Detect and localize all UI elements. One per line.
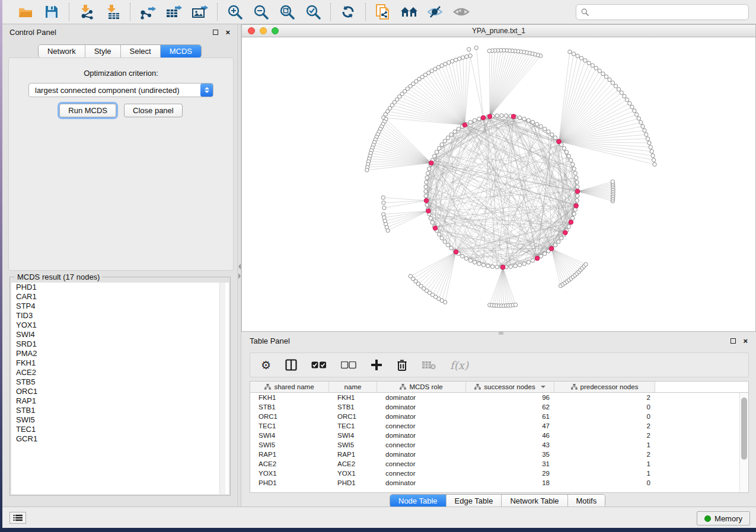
show-all-button[interactable] [452,3,470,21]
mcds-result-item[interactable]: STB1 [11,406,229,415]
network-leaf-node[interactable] [576,54,579,57]
network-node[interactable] [571,162,575,166]
network-node[interactable] [464,257,468,260]
close-panel-button[interactable]: Close panel [124,104,183,117]
network-node[interactable] [518,116,521,120]
network-hub-node[interactable] [575,189,580,194]
network-leaf-node[interactable] [625,98,629,101]
network-node[interactable] [527,118,530,122]
network-node[interactable] [543,127,547,131]
network-leaf-node[interactable] [630,105,634,109]
deselect-all-rows-icon[interactable] [341,357,356,373]
network-hub-node[interactable] [429,161,434,165]
network-node[interactable] [457,127,460,131]
table-row[interactable]: YOX1YOX1connector291 [250,469,739,478]
network-leaf-node[interactable] [382,201,385,204]
import-network-button[interactable] [78,3,95,21]
network-node[interactable] [531,120,534,124]
network-leaf-node[interactable] [474,46,478,50]
network-leaf-node[interactable] [647,141,651,145]
network-node[interactable] [576,194,579,198]
first-neighbors-button[interactable] [400,3,418,21]
column-header-name[interactable]: name [329,382,377,392]
table-row[interactable]: PHD1PHD1dominator180 [250,478,739,488]
zoom-out-button[interactable] [252,3,270,21]
network-canvas[interactable] [242,38,755,331]
network-node[interactable] [543,252,547,255]
zoom-fit-button[interactable] [278,3,296,21]
network-node[interactable] [557,240,560,243]
network-node[interactable] [426,171,430,175]
select-all-rows-icon[interactable] [311,357,327,373]
mcds-result-item[interactable]: STB5 [11,377,229,387]
network-leaf-node[interactable] [583,59,587,62]
panel-splitter[interactable] [237,24,241,507]
network-leaf-node[interactable] [652,158,655,162]
table-panel-resize-grip[interactable] [499,332,503,335]
network-leaf-node[interactable] [601,72,605,75]
network-hub-node[interactable] [462,123,467,127]
network-node[interactable] [500,114,503,117]
network-node[interactable] [428,167,431,171]
network-node[interactable] [518,263,521,267]
mcds-result-item[interactable]: ORC1 [11,387,229,396]
network-node[interactable] [438,146,441,150]
network-leaf-node[interactable] [643,129,646,132]
tab-network-table[interactable]: Network Table [502,495,567,507]
mcds-result-item[interactable]: YOX1 [11,321,229,330]
network-hub-node[interactable] [557,139,562,144]
search-input[interactable] [576,4,749,20]
table-row[interactable]: RAP1RAP1dominator352 [250,450,739,459]
import-table-button[interactable] [104,3,122,21]
network-node[interactable] [438,233,441,236]
network-leaf-node[interactable] [382,206,386,210]
mcds-result-list[interactable]: PHD1CAR1STP4TID3YOX1SWI4SRD1PMA2FKH1ACE2… [11,283,229,494]
mcds-result-item[interactable]: ACE2 [11,368,229,377]
column-header-shared-name[interactable]: shared name [250,382,329,392]
network-node[interactable] [424,194,428,198]
network-node[interactable] [509,265,512,268]
mcds-list-scrollbar[interactable] [219,283,225,494]
network-node[interactable] [575,198,579,202]
network-leaf-node[interactable] [444,300,447,304]
network-leaf-node[interactable] [604,75,608,78]
network-node[interactable] [453,130,457,133]
network-leaf-node[interactable] [614,84,617,88]
splitter-collapse-left-icon[interactable] [238,264,241,270]
table-scrollbar-track[interactable] [739,393,748,492]
table-row[interactable]: SWI5SWI5connector431 [250,440,739,450]
network-node[interactable] [576,185,579,188]
network-node[interactable] [553,243,557,246]
network-node[interactable] [569,158,573,162]
table-row[interactable]: STB1STB1dominator620 [250,402,739,412]
network-hub-node[interactable] [535,256,540,261]
refresh-button[interactable] [339,3,357,21]
network-node[interactable] [505,114,508,117]
network-node[interactable] [571,216,575,220]
tab-mcds[interactable]: MCDS [161,45,201,57]
add-column-icon[interactable] [371,357,382,373]
network-leaf-node[interactable] [365,168,369,172]
network-node[interactable] [572,167,576,171]
network-leaf-node[interactable] [568,50,572,53]
network-leaf-node[interactable] [651,154,655,158]
network-leaf-node[interactable] [645,133,648,136]
network-node[interactable] [572,212,576,216]
network-leaf-node[interactable] [646,137,649,140]
network-node[interactable] [461,254,464,258]
network-leaf-node[interactable] [572,52,575,56]
table-scrollbar-thumb[interactable] [741,398,747,460]
network-hub-node[interactable] [433,226,438,230]
network-node[interactable] [481,263,485,267]
memory-button[interactable]: Memory [697,511,750,525]
mcds-result-item[interactable]: TEC1 [11,425,229,434]
network-node[interactable] [567,225,570,228]
network-node[interactable] [425,203,429,207]
network-node[interactable] [429,216,432,220]
network-hub-node[interactable] [574,204,579,209]
network-node[interactable] [562,146,566,150]
network-leaf-node[interactable] [461,56,465,59]
network-leaf-node[interactable] [487,49,491,53]
network-node[interactable] [430,220,434,224]
network-node[interactable] [527,261,530,264]
